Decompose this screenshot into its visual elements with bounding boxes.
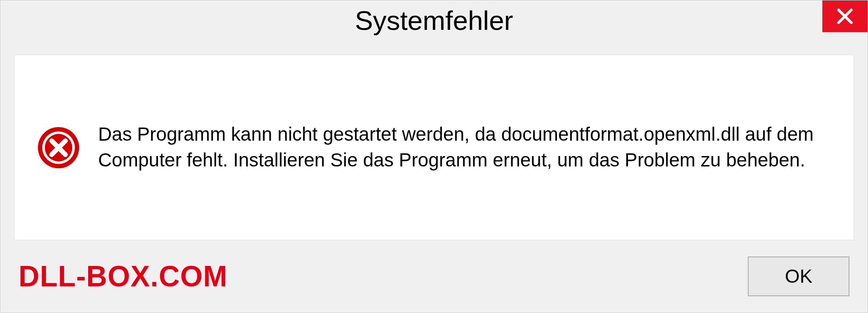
close-button[interactable] — [822, 0, 868, 32]
close-icon — [836, 7, 854, 25]
dialog-footer: DLL-BOX.COM OK — [0, 249, 868, 313]
ok-button[interactable]: OK — [748, 256, 849, 296]
content-panel: Das Programm kann nicht gestartet werden… — [14, 55, 854, 240]
watermark-text: DLL-BOX.COM — [19, 260, 228, 293]
error-message: Das Programm kann nicht gestartet werden… — [98, 122, 826, 173]
error-dialog: Systemfehler Das Programm kann nicht ges… — [0, 0, 868, 313]
error-icon — [37, 126, 80, 169]
dialog-title: Systemfehler — [355, 0, 513, 36]
titlebar: Systemfehler — [0, 0, 868, 46]
